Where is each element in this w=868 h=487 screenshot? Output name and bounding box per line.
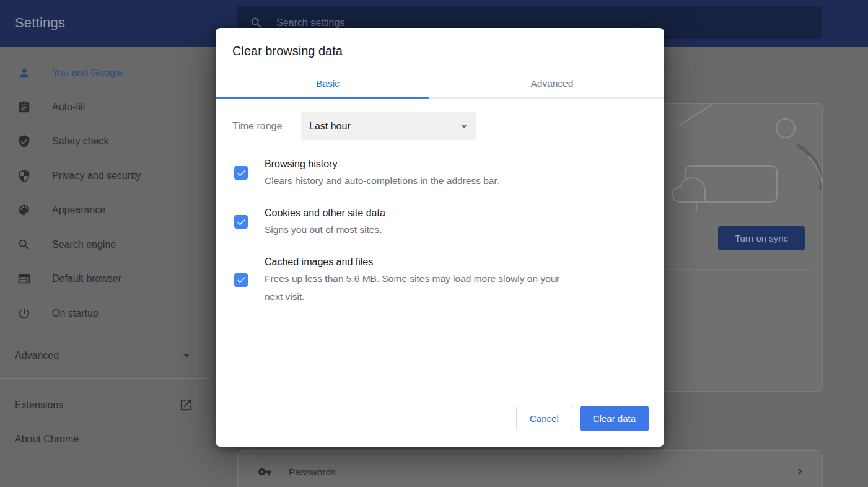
- sidebar-item-about-chrome[interactable]: About Chrome: [0, 422, 216, 456]
- autofill-icon: [17, 100, 31, 114]
- sidebar-item-privacy-and-security[interactable]: Privacy and security: [0, 159, 216, 193]
- time-range-select[interactable]: Last hour: [301, 112, 476, 140]
- key-icon: [258, 465, 272, 479]
- item-description: Clears history and auto-completions in t…: [265, 172, 579, 190]
- browsing-history-row: Browsing history Clears history and auto…: [234, 156, 579, 190]
- advanced-label: Advanced: [15, 350, 59, 361]
- item-description: Signs you out of most sites.: [265, 221, 579, 239]
- browser-window-icon: [17, 272, 31, 286]
- checkmark-icon: [236, 168, 247, 178]
- item-title: Browsing history: [265, 156, 579, 172]
- checkmark-icon: [236, 217, 247, 227]
- extensions-label: Extensions: [15, 400, 63, 411]
- sidebar-item-on-startup[interactable]: On startup: [0, 296, 216, 330]
- chevron-down-icon: [180, 349, 193, 362]
- sidebar-item-label: You and Google: [52, 68, 123, 79]
- item-title: Cached images and files: [265, 254, 579, 270]
- search-engine-icon: [17, 238, 31, 252]
- palette-icon: [17, 203, 31, 217]
- sidebar-item-label: On startup: [52, 308, 99, 319]
- active-tab-indicator: [216, 97, 429, 99]
- browsing-history-checkbox[interactable]: [234, 166, 248, 180]
- open-in-new-icon: [179, 398, 193, 412]
- sidebar-item-search-engine[interactable]: Search engine: [0, 227, 216, 261]
- clear-data-button[interactable]: Clear data: [580, 406, 649, 431]
- time-range-label: Time range: [232, 121, 301, 132]
- sidebar-item-default-browser[interactable]: Default browser: [0, 261, 216, 296]
- tab-advanced[interactable]: Advanced: [440, 68, 664, 99]
- dialog-buttons: Cancel Clear data: [516, 406, 649, 431]
- clear-browsing-data-dialog: Clear browsing data Basic Advanced Time …: [216, 28, 664, 447]
- turn-on-sync-button[interactable]: Turn on sync: [718, 226, 805, 250]
- cookies-checkbox[interactable]: [234, 215, 248, 229]
- sidebar-item-label: Search engine: [52, 239, 116, 250]
- privacy-shield-icon: [17, 169, 31, 183]
- sidebar-advanced-toggle[interactable]: Advanced: [0, 338, 216, 372]
- sidebar-item-appearance[interactable]: Appearance: [0, 193, 216, 227]
- sidebar-item-extensions[interactable]: Extensions: [0, 388, 216, 422]
- about-chrome-label: About Chrome: [15, 434, 79, 445]
- cached-images-row: Cached images and files Frees up less th…: [234, 254, 579, 305]
- checkmark-icon: [236, 274, 247, 285]
- search-placeholder: Search settings: [276, 17, 344, 29]
- sidebar-item-safety-check[interactable]: Safety check: [0, 124, 216, 158]
- sidebar-item-autofill[interactable]: Auto-fill: [0, 90, 216, 124]
- sidebar-item-label: Auto-fill: [52, 102, 85, 113]
- page-title: Settings: [15, 15, 65, 31]
- item-title: Cookies and other site data: [265, 205, 579, 221]
- time-range-value: Last hour: [309, 121, 351, 132]
- person-icon: [17, 66, 31, 80]
- passwords-row[interactable]: Passwords: [237, 450, 823, 487]
- cookies-row: Cookies and other site data Signs you ou…: [234, 205, 579, 239]
- dialog-tabs: Basic Advanced: [216, 68, 664, 99]
- sidebar-item-label: Privacy and security: [52, 170, 141, 182]
- dropdown-caret-icon: [457, 120, 471, 133]
- safety-check-icon: [17, 134, 31, 148]
- time-range-row: Time range Last hour: [232, 112, 647, 140]
- sidebar-item-label: Appearance: [52, 204, 105, 216]
- sidebar-item-label: Default browser: [52, 273, 121, 284]
- cached-images-checkbox[interactable]: [234, 273, 248, 287]
- power-icon: [17, 307, 31, 320]
- item-description: Frees up less than 5.6 MB. Some sites ma…: [265, 270, 579, 305]
- sidebar-item-you-and-google[interactable]: You and Google: [0, 56, 216, 90]
- tab-basic[interactable]: Basic: [216, 68, 440, 99]
- sidebar-divider: [0, 378, 209, 379]
- cancel-button[interactable]: Cancel: [516, 406, 572, 431]
- sidebar-item-label: Safety check: [52, 136, 109, 147]
- passwords-label: Passwords: [289, 467, 336, 478]
- dialog-title: Clear browsing data: [232, 44, 343, 58]
- chevron-right-icon[interactable]: [794, 465, 806, 478]
